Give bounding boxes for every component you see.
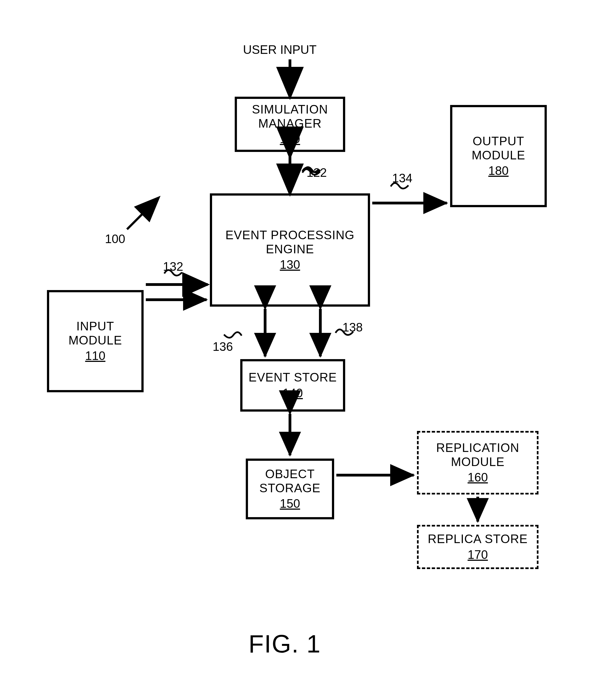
user-input-label: USER INPUT [243, 43, 316, 57]
input-module-ref: 110 [85, 349, 105, 363]
output-module-box: OUTPUTMODULE 180 [450, 105, 547, 207]
epe-ref: 130 [280, 258, 300, 272]
output-module-ref: 180 [488, 164, 508, 178]
event-store-ref: 140 [283, 386, 303, 400]
ref-136: 136 [213, 340, 233, 354]
object-storage-title: OBJECTSTORAGE [259, 467, 320, 495]
ref-132: 132 [163, 260, 183, 274]
event-store-box: EVENT STORE 140 [240, 359, 345, 411]
ref-134: 134 [392, 171, 412, 185]
simulation-manager-title: SIMULATIONMANAGER [252, 102, 328, 130]
replication-module-title: REPLICATIONMODULE [436, 441, 519, 469]
ref-122: 122 [307, 166, 327, 179]
simulation-manager-ref: 120 [280, 132, 300, 146]
replication-module-ref: 160 [468, 471, 488, 484]
figure-label: FIG. 1 [248, 630, 321, 658]
simulation-manager-box: SIMULATIONMANAGER 120 [235, 97, 345, 152]
object-storage-box: OBJECTSTORAGE 150 [246, 458, 334, 519]
overall-ref-label: 100 [105, 232, 125, 246]
object-storage-ref: 150 [280, 497, 300, 511]
replica-store-ref: 170 [468, 548, 488, 562]
replica-store-box: REPLICA STORE 170 [417, 525, 539, 569]
ref-138: 138 [342, 321, 363, 334]
svg-line-24 [336, 463, 414, 489]
input-module-title: INPUT MODULE [49, 319, 141, 347]
input-module-box: INPUT MODULE 110 [47, 290, 143, 392]
replication-module-box: REPLICATIONMODULE 160 [417, 431, 539, 495]
diagram-canvas: 100 USER INPUT SIMULATIONMANAGER 120 INP… [0, 0, 602, 700]
event-store-title: EVENT STORE [248, 371, 337, 384]
epe-title: EVENT PROCESSING ENGINE [218, 228, 362, 256]
event-processing-engine-box: EVENT PROCESSING ENGINE 130 [210, 193, 370, 307]
replica-store-title: REPLICA STORE [428, 532, 528, 546]
output-module-title: OUTPUTMODULE [472, 134, 525, 162]
